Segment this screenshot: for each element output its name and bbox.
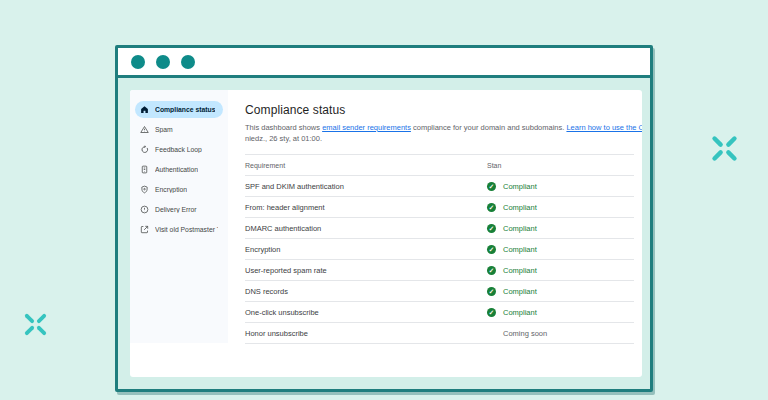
error-icon	[140, 205, 149, 214]
description-text: compliance for your domain and subdomain…	[411, 123, 567, 132]
table-header-row: Requirement Stan	[245, 154, 634, 175]
warning-icon	[140, 125, 149, 134]
page-title: Compliance status	[245, 103, 642, 117]
loop-icon	[140, 145, 149, 154]
compliant-check-icon: ✓	[487, 224, 496, 233]
status-text: Compliant	[503, 245, 537, 254]
requirement-label: Encryption	[245, 245, 487, 254]
sidebar-item-label: Spam	[155, 126, 173, 133]
sidebar-item-label: Delivery Error	[155, 206, 197, 213]
sidebar-item-delivery-error[interactable]: Delivery Error	[135, 201, 223, 218]
sidebar-item-visit-old-postmaster-tools[interactable]: Visit old Postmaster Tools	[135, 221, 223, 238]
requirement-label: SPF and DKIM authentication	[245, 182, 487, 191]
status-cell: Coming soon	[487, 329, 547, 338]
dashboard-description: This dashboard shows email sender requir…	[245, 122, 642, 144]
sidebar-item-label: Visit old Postmaster Tools	[155, 226, 218, 233]
requirement-label: From: header alignment	[245, 203, 487, 212]
requirement-label: User-reported spam rate	[245, 266, 487, 275]
status-text: Compliant	[503, 266, 537, 275]
column-header-status: Stan	[487, 162, 501, 169]
requirement-label: Honor unsubscribe	[245, 329, 487, 338]
table-row: SPF and DKIM authentication✓Compliant	[245, 175, 634, 196]
sidebar-item-authentication[interactable]: Authentication	[135, 161, 223, 178]
compliant-check-icon: ✓	[487, 182, 496, 191]
sidebar-item-label: Encryption	[155, 186, 187, 193]
browser-titlebar	[118, 48, 650, 78]
status-cell: ✓Compliant	[487, 287, 537, 296]
table-row: From: header alignment✓Compliant	[245, 196, 634, 217]
status-text: Compliant	[503, 224, 537, 233]
table-row: Honor unsubscribeComing soon	[245, 322, 634, 343]
status-cell: ✓Compliant	[487, 182, 537, 191]
window-control-dot[interactable]	[156, 55, 170, 69]
sparkle-icon	[709, 133, 740, 164]
status-cell: ✓Compliant	[487, 245, 537, 254]
dashboard-panel: Compliance statusSpamFeedback LoopAuthen…	[130, 90, 642, 377]
table-row: DMARC authentication✓Compliant	[245, 217, 634, 238]
compliance-table: Requirement Stan SPF and DKIM authentica…	[245, 154, 634, 344]
description-text: This dashboard shows	[245, 123, 322, 132]
sidebar-item-spam[interactable]: Spam	[135, 121, 223, 138]
status-cell: ✓Compliant	[487, 308, 537, 317]
status-cell: ✓Compliant	[487, 203, 537, 212]
status-text: Compliant	[503, 308, 537, 317]
compliant-check-icon: ✓	[487, 287, 496, 296]
table-row: User-reported spam rate✓Compliant	[245, 259, 634, 280]
external-link-icon	[140, 225, 149, 234]
sidebar-item-label: Feedback Loop	[155, 146, 202, 153]
status-text: Compliant	[503, 182, 537, 191]
compliance-table-body: SPF and DKIM authentication✓CompliantFro…	[245, 175, 634, 343]
main-content: Compliance status This dashboard shows e…	[228, 90, 642, 377]
status-text: Compliant	[503, 203, 537, 212]
compliance-dashboard-help-link[interactable]: Learn how to use the Compliance Status d…	[566, 123, 642, 132]
compliant-check-icon: ✓	[487, 308, 496, 317]
sidebar-item-compliance-status[interactable]: Compliance status	[135, 101, 223, 118]
compliant-check-icon: ✓	[487, 266, 496, 275]
sidebar-item-encryption[interactable]: Encryption	[135, 181, 223, 198]
column-header-requirement: Requirement	[245, 162, 487, 169]
browser-window: Compliance statusSpamFeedback LoopAuthen…	[115, 45, 653, 392]
compliant-check-icon: ✓	[487, 245, 496, 254]
email-sender-requirements-link[interactable]: email sender requirements	[322, 123, 411, 132]
sidebar-item-feedback-loop[interactable]: Feedback Loop	[135, 141, 223, 158]
requirement-label: DNS records	[245, 287, 487, 296]
authentication-icon	[140, 165, 149, 174]
status-text: Coming soon	[487, 329, 547, 338]
requirement-label: One-click unsubscribe	[245, 308, 487, 317]
sparkle-icon	[22, 311, 49, 338]
status-cell: ✓Compliant	[487, 266, 537, 275]
requirement-label: DMARC authentication	[245, 224, 487, 233]
sidebar-item-label: Compliance status	[155, 106, 215, 113]
sidebar-nav: Compliance statusSpamFeedback LoopAuthen…	[130, 90, 228, 343]
table-row: Encryption✓Compliant	[245, 238, 634, 259]
compliant-check-icon: ✓	[487, 203, 496, 212]
window-control-dot[interactable]	[181, 55, 195, 69]
status-cell: ✓Compliant	[487, 224, 537, 233]
table-row: One-click unsubscribe✓Compliant	[245, 301, 634, 322]
status-text: Compliant	[503, 287, 537, 296]
home-icon	[140, 105, 149, 114]
shield-icon	[140, 185, 149, 194]
window-control-dot[interactable]	[131, 55, 145, 69]
table-row: DNS records✓Compliant	[245, 280, 634, 301]
browser-viewport: Compliance statusSpamFeedback LoopAuthen…	[118, 90, 650, 389]
sidebar-item-label: Authentication	[155, 166, 198, 173]
